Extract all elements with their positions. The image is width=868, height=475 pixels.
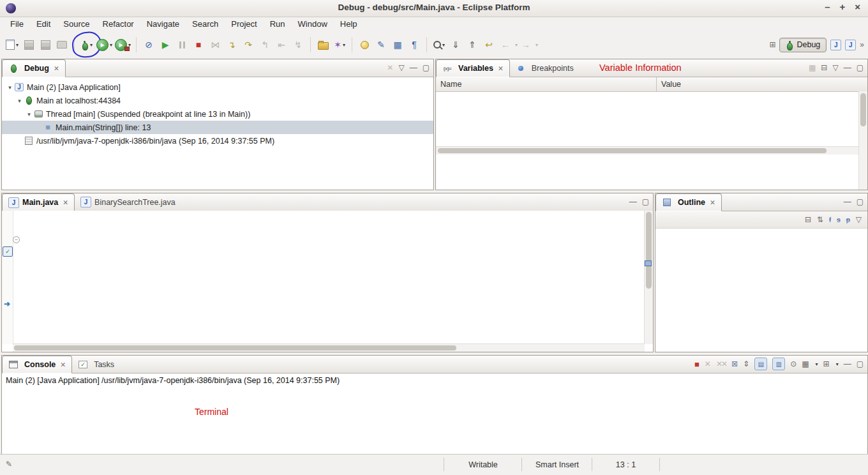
maximize-icon[interactable]: ▢ <box>423 63 430 72</box>
vertical-scrollbar[interactable] <box>644 211 653 344</box>
fold-marker-icon[interactable]: – <box>13 236 20 243</box>
hide-non-public-icon[interactable]: p <box>846 216 850 223</box>
chevron-down-icon[interactable]: ▾ <box>515 42 518 48</box>
back-button[interactable]: ← <box>498 36 513 53</box>
editor-tab-main-java[interactable]: J Main.java ✕ <box>2 193 75 211</box>
chevron-down-icon[interactable]: ▾ <box>816 361 818 367</box>
menu-help[interactable]: Help <box>334 18 364 31</box>
lightbulb-button[interactable] <box>357 36 371 53</box>
debug-tree-row[interactable]: Main.main(String[]) line: 13 <box>2 121 433 134</box>
hide-fields-icon[interactable]: f <box>829 216 831 223</box>
show-stderr-toggle[interactable]: ▥ <box>772 358 785 370</box>
step-into-button[interactable]: ↴ <box>225 36 239 53</box>
run-button[interactable]: ▶▾ <box>96 36 112 53</box>
terminate-icon[interactable]: ■ <box>694 359 700 369</box>
minimize-icon[interactable]: — <box>629 197 637 206</box>
remove-terminated-icon[interactable]: ✕ <box>387 63 393 72</box>
open-perspective-icon[interactable]: ⊞ <box>769 40 775 49</box>
display-selected-console-icon[interactable]: ▦ <box>802 359 809 368</box>
horizontal-scrollbar[interactable] <box>13 343 645 352</box>
view-menu-icon[interactable]: ▽ <box>832 63 838 72</box>
view-menu-icon[interactable]: ▽ <box>856 215 862 224</box>
save-button[interactable] <box>22 36 36 53</box>
window-minimize-button[interactable]: – <box>825 1 830 12</box>
open-console-icon[interactable]: ⊞ <box>823 359 830 368</box>
show-logical-structure-icon[interactable]: ▦ <box>809 63 816 72</box>
column-header-name[interactable]: Name <box>436 77 657 91</box>
tab-variables[interactable]: Variables ✕ <box>436 59 510 77</box>
debug-button[interactable]: ▾ <box>80 36 94 53</box>
new-wizard-menu-button[interactable]: ✶▾ <box>333 36 347 53</box>
close-icon[interactable]: ✕ <box>63 199 68 206</box>
remove-launch-icon[interactable]: ✕ <box>705 359 711 368</box>
save-all-button[interactable] <box>38 36 52 53</box>
debug-tree-row[interactable]: ▾Main at localhost:44384 <box>2 94 433 107</box>
maximize-icon[interactable]: ▢ <box>857 63 864 72</box>
perspective-overflow-icon[interactable]: » <box>860 40 864 49</box>
menu-navigate[interactable]: Navigate <box>140 18 186 31</box>
chevron-down-icon[interactable]: ▾ <box>110 42 112 48</box>
resume-button[interactable]: ▶ <box>158 36 172 53</box>
close-icon[interactable]: ✕ <box>54 64 59 72</box>
tree-expander-icon[interactable]: ▾ <box>15 98 24 104</box>
suspend-button[interactable] <box>175 36 189 53</box>
close-icon[interactable]: ✕ <box>498 64 504 72</box>
chevron-down-icon[interactable]: ▾ <box>343 42 345 48</box>
hide-static-members-icon[interactable]: s <box>837 216 841 223</box>
horizontal-scrollbar[interactable] <box>436 146 858 155</box>
menu-edit[interactable]: Edit <box>30 18 57 31</box>
mark-occurrences-button[interactable]: ✎ <box>374 36 388 53</box>
editor-gutter[interactable]: ✓ ➜ – <box>2 211 13 344</box>
scroll-lock-icon[interactable]: ⇕ <box>743 359 749 368</box>
chevron-down-icon[interactable]: ▾ <box>535 42 538 48</box>
java-perspective-button[interactable]: J <box>830 40 841 50</box>
vertical-scrollbar[interactable] <box>858 91 867 190</box>
menu-file[interactable]: File <box>4 18 30 31</box>
chevron-down-icon[interactable]: ▾ <box>836 361 839 367</box>
step-filters-button[interactable]: ↯ <box>291 36 305 53</box>
drop-to-frame-button[interactable]: ⇤ <box>274 36 288 53</box>
menu-run[interactable]: Run <box>264 18 292 31</box>
minimize-icon[interactable]: — <box>410 63 417 72</box>
maximize-icon[interactable]: ▢ <box>857 359 864 368</box>
pin-console-icon[interactable]: ⊙ <box>790 359 797 368</box>
debug-tree-row[interactable]: /usr/lib/jvm/java-7-openjdk-i386/bin/jav… <box>2 134 433 147</box>
tab-tasks[interactable]: Tasks <box>72 356 120 373</box>
debug-tree-row[interactable]: ▾Main (2) [Java Application] <box>2 80 433 94</box>
close-icon[interactable]: ✕ <box>60 361 66 368</box>
show-whitespace-button[interactable]: ¶ <box>407 36 421 53</box>
close-icon[interactable]: ✕ <box>710 199 715 206</box>
disconnect-button[interactable]: ⋈ <box>208 36 222 53</box>
menu-source[interactable]: Source <box>57 18 96 31</box>
maximize-icon[interactable]: ▢ <box>642 197 649 206</box>
tab-console[interactable]: Console ✕ <box>2 356 72 373</box>
next-annotation-button[interactable]: ⇓ <box>449 36 463 53</box>
tree-expander-icon[interactable]: ▾ <box>6 84 14 91</box>
tab-debug[interactable]: Debug ✕ <box>2 59 66 77</box>
print-button[interactable] <box>55 36 69 53</box>
debug-perspective-button[interactable]: Debug <box>779 38 827 52</box>
search-button[interactable]: ▾ <box>432 36 446 53</box>
show-source-button[interactable]: ▦ <box>391 36 405 53</box>
minimize-icon[interactable]: — <box>844 63 851 72</box>
open-type-button[interactable] <box>316 36 330 53</box>
chevron-down-icon[interactable]: ▾ <box>90 42 93 48</box>
sort-icon[interactable]: ⇅ <box>817 215 823 224</box>
tab-breakpoints[interactable]: Breakpoints <box>510 59 580 77</box>
external-tools-button[interactable]: ▶▾ <box>115 36 131 53</box>
status-caret-position[interactable]: 13 : 1 <box>592 458 660 471</box>
menu-refactor[interactable]: Refactor <box>96 18 140 31</box>
menu-window[interactable]: Window <box>292 18 334 31</box>
last-edit-location-button[interactable]: ↩ <box>482 36 496 53</box>
show-stdout-toggle[interactable]: ▤ <box>754 358 767 370</box>
clear-console-icon[interactable]: ⊠ <box>731 359 738 368</box>
pencil-icon[interactable]: ✎ <box>6 460 12 469</box>
tab-outline[interactable]: Outline ✕ <box>655 193 722 211</box>
view-menu-icon[interactable]: ▽ <box>398 63 404 72</box>
debug-tree-row[interactable]: ▾Thread [main] (Suspended (breakpoint at… <box>2 107 433 121</box>
chevron-down-icon[interactable]: ▾ <box>442 42 445 48</box>
new-wizard-button[interactable]: ▾ <box>5 36 19 53</box>
java-browsing-perspective-button[interactable]: J <box>845 40 856 50</box>
menu-search[interactable]: Search <box>186 18 225 31</box>
chevron-down-icon[interactable]: ▾ <box>16 42 19 48</box>
